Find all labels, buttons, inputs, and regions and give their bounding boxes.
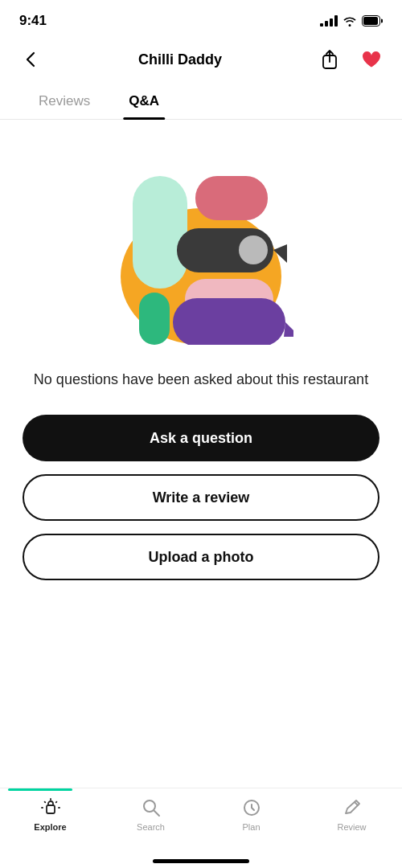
- svg-rect-10: [173, 298, 285, 345]
- nav-item-explore[interactable]: Explore: [0, 796, 100, 832]
- svg-point-7: [239, 235, 268, 264]
- tab-reviews[interactable]: Reviews: [19, 84, 109, 119]
- svg-rect-5: [195, 176, 268, 220]
- empty-state-message: No questions have been asked about this …: [0, 361, 402, 415]
- status-time: 9:41: [19, 13, 47, 29]
- ask-question-button[interactable]: Ask a question: [23, 415, 379, 461]
- actions: Ask a question Write a review Upload a p…: [0, 415, 402, 580]
- plan-icon: [240, 796, 263, 819]
- explore-icon: [39, 796, 62, 819]
- status-icons: [320, 15, 383, 27]
- home-indicator: [153, 859, 249, 863]
- bottom-nav: Explore Search Plan Review: [0, 788, 402, 868]
- status-bar: 9:41: [0, 0, 402, 39]
- qa-illustration: [0, 120, 402, 361]
- write-review-button[interactable]: Write a review: [23, 474, 379, 521]
- upload-photo-button[interactable]: Upload a photo: [23, 534, 379, 580]
- tabs: Reviews Q&A: [0, 84, 402, 120]
- nav-item-review[interactable]: Review: [302, 796, 402, 832]
- svg-rect-1: [363, 17, 378, 25]
- wifi-icon: [343, 15, 357, 27]
- review-icon: [341, 796, 363, 819]
- review-label: Review: [337, 822, 366, 832]
- nav-item-plan[interactable]: Plan: [201, 796, 302, 832]
- tab-qa[interactable]: Q&A: [109, 84, 178, 119]
- nav-active-indicator: [8, 788, 72, 791]
- svg-point-14: [144, 800, 155, 812]
- nav-item-search[interactable]: Search: [100, 796, 201, 832]
- header: Chilli Daddy: [0, 39, 402, 84]
- battery-icon: [362, 15, 383, 27]
- header-actions: [315, 45, 386, 74]
- favorite-button[interactable]: [357, 45, 386, 74]
- signal-icon: [320, 15, 338, 27]
- plan-label: Plan: [242, 822, 260, 832]
- svg-rect-4: [133, 176, 187, 289]
- back-button[interactable]: [16, 45, 45, 74]
- svg-marker-11: [284, 322, 293, 337]
- share-button[interactable]: [315, 45, 344, 74]
- svg-rect-13: [47, 805, 55, 813]
- svg-rect-12: [139, 293, 170, 345]
- search-label: Search: [137, 822, 165, 832]
- page-title: Chilli Daddy: [138, 51, 222, 68]
- explore-label: Explore: [34, 822, 66, 832]
- search-icon: [140, 796, 162, 819]
